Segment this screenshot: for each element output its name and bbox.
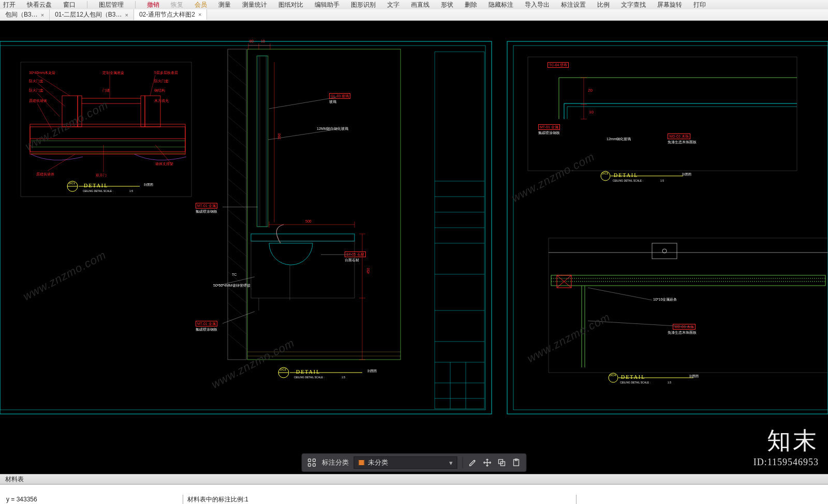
drawing-canvas[interactable]: DC1 [0,21,828,457]
ribbon-sep [87,1,87,8]
svg-line-55 [228,210,246,225]
grid-icon[interactable] [307,458,317,467]
ribbon-item-cloud[interactable]: 快看云盘 [27,1,52,9]
label-j: 墙体支撑架 [155,161,173,167]
svg-rect-127 [308,464,311,466]
detail-title-4: DETAIL [621,374,645,380]
ribbon-item-rotate-screen[interactable]: 屏幕旋转 [657,1,682,9]
note-pipe: 50*50*4MM镀锌管焊接 [213,283,250,288]
detail-side-4: 剖面图 [689,374,699,379]
tag-mt01b-sub: 氟碳喷涂钢板 [196,327,217,332]
close-icon[interactable]: × [125,12,128,18]
detail-scale-4: 1:5 [668,381,671,384]
ribbon-item-open[interactable]: 打开 [3,1,16,9]
tag-tc04: TC-04 壁布 [548,62,569,68]
svg-line-50 [228,132,246,147]
detail-sub-3: CEILING DETAIL SCALE : [613,179,643,182]
detail-title-1: DETAIL [84,183,108,188]
svg-text:DC3: DC3 [602,172,609,175]
svg-line-56 [228,225,246,241]
ribbon-item-vip[interactable]: 会员 [195,1,207,9]
status-bar: y = 343356 材料表中的标注比例:1 [0,484,828,504]
ribbon-item-line[interactable]: 画直线 [411,1,430,9]
detail-sub-1: CEILING DETAIL SCALE : [83,189,113,192]
ribbon-item-undo[interactable]: 撤销 [147,1,159,9]
svg-rect-128 [313,464,316,466]
status-coord: y = 343356 [2,495,183,504]
ribbon-item-import-export[interactable]: 导入导出 [525,1,550,9]
svg-rect-64 [247,49,401,360]
svg-line-54 [228,194,246,210]
tag-wd03b-sub: 免漆生态木饰面板 [668,330,697,335]
svg-rect-20 [30,127,185,152]
ribbon-item-edit-helper[interactable]: 编辑助手 [315,1,339,9]
label-k2: 防火门套 [154,79,169,84]
label-a: 30*40mm木龙骨 [29,70,55,76]
ribbon-item-scale[interactable]: 比例 [597,1,610,9]
ribbon-item-delete[interactable]: 删除 [465,1,477,9]
ribbon-item-measure[interactable]: 测量 [218,1,231,9]
svg-line-57 [228,241,246,256]
ribbon-item-annot-settings[interactable]: 标注设置 [561,1,586,9]
paste-icon[interactable] [512,458,521,467]
tab-doc-0[interactable]: 包间（B3… × [0,9,50,20]
note-glass2: 12mm钢化玻璃 [607,137,631,142]
svg-line-51 [228,147,246,163]
tag-wd03b: WD-03 木饰 [673,324,696,330]
detail-sub-4: CEILING DETAIL SCALE : [620,381,650,384]
label-h: 木方填充 [154,98,169,103]
svg-text:DC1: DC1 [69,182,76,185]
label-b: 定制金属底盒 [102,70,124,76]
svg-rect-4 [435,52,484,409]
label-g: 原建筑墙体 [29,98,47,103]
label-k: 防火门套 [29,79,43,84]
svg-rect-22 [62,96,78,127]
detail-side-3: 剖面图 [682,172,691,177]
detail-sub-2: CEILING DETAIL SCALE : [294,376,324,379]
label-g2: 原建筑墙体 [36,172,54,177]
edit-icon[interactable] [468,458,478,467]
detail-scale-3: 1:5 [660,179,664,182]
ribbon-item-redo[interactable]: 恢复 [171,1,183,9]
svg-text:DC4: DC4 [610,374,616,377]
tab-doc-2[interactable]: 02-通用节点大样图2 × [134,9,207,20]
svg-line-52 [228,163,246,179]
ribbon-item-window[interactable]: 窗口 [63,1,76,9]
label-d: 防火门套 [29,88,43,93]
detail-scale-1: 1:5 [129,189,133,192]
tab-label: 02-通用节点大样图2 [139,10,195,19]
svg-line-37 [48,154,75,171]
dim-10a: 10 [261,39,265,43]
ribbon-item-layers[interactable]: 图层管理 [99,1,124,9]
note-st05-sub: 台面石材 [345,258,359,263]
svg-rect-44 [228,49,246,360]
move-icon[interactable] [483,458,492,467]
category-dropdown[interactable]: 未分类 ▾ [354,456,457,469]
tag-mt01: MT-01 金属 [196,203,217,209]
close-icon[interactable]: × [198,11,201,18]
ribbon-item-measure-stats[interactable]: 测量统计 [242,1,267,9]
tag-gl03: GL-03 玻璃 [329,93,350,99]
tab-doc-1[interactable]: 01-二层12人包间（B3… × [50,9,134,20]
material-panel-header[interactable]: 材料表 [0,474,828,484]
ribbon-item-shape[interactable]: 形状 [441,1,453,9]
close-icon[interactable]: × [41,12,44,18]
svg-rect-108 [549,238,828,373]
chevron-down-icon: ▾ [449,459,453,467]
ribbon-item-text[interactable]: 文字 [387,1,400,9]
copy-icon[interactable] [497,458,507,467]
detail-side-2: 剖面图 [367,369,377,374]
svg-line-89 [223,312,255,323]
note-3: 10*10金属嵌条 [653,297,677,302]
detail-side-1: 剖面图 [144,183,153,187]
svg-line-34 [37,103,52,129]
svg-rect-112 [551,275,825,286]
tag-mt01-sub: 氟碳喷涂钢板 [196,209,217,214]
ribbon-item-find-text[interactable]: 文字查找 [621,1,646,9]
ribbon-sep [135,1,136,8]
ribbon-item-recognize[interactable]: 图形识别 [351,1,376,9]
ribbon-item-print[interactable]: 打印 [693,1,706,9]
ribbon-item-compare[interactable]: 图纸对比 [278,1,303,9]
note-glass: 12MM超白钢化玻璃 [317,126,348,131]
ribbon-item-hide-annot[interactable]: 隐藏标注 [489,1,513,9]
